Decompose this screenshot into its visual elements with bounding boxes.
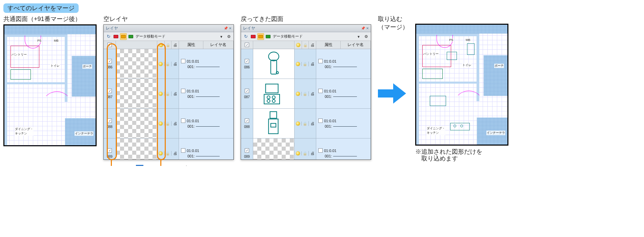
monitor-red-icon[interactable] bbox=[250, 33, 257, 40]
th-name[interactable]: レイヤ名 bbox=[203, 41, 234, 49]
row-attrs[interactable]: 01:0.01001: bbox=[179, 109, 234, 138]
row-attrs[interactable]: 01:0.01001: bbox=[316, 49, 371, 79]
row-checkbox[interactable] bbox=[245, 89, 249, 93]
row-bulb[interactable] bbox=[157, 62, 164, 66]
attr-checkbox[interactable] bbox=[318, 89, 323, 93]
row-lock[interactable] bbox=[302, 121, 309, 126]
row-swatch[interactable] bbox=[253, 49, 295, 79]
row-attrs[interactable]: 01:0.01001: bbox=[316, 79, 371, 108]
print-header-icon[interactable] bbox=[173, 43, 177, 47]
row-swatch[interactable] bbox=[116, 79, 157, 108]
row-print[interactable] bbox=[309, 121, 316, 126]
row-checkbox[interactable] bbox=[107, 118, 112, 123]
row-lock[interactable] bbox=[164, 151, 172, 156]
row-print[interactable] bbox=[172, 91, 179, 96]
panel-pin-close[interactable]: 📌 ✕ bbox=[361, 26, 369, 30]
print-icon bbox=[310, 62, 315, 66]
bulb-header-icon[interactable] bbox=[296, 43, 300, 47]
row-print[interactable] bbox=[172, 62, 179, 66]
row-print[interactable] bbox=[309, 91, 316, 96]
row-bulb[interactable] bbox=[157, 151, 164, 155]
row-checkbox[interactable] bbox=[245, 118, 249, 123]
row-checkbox[interactable] bbox=[107, 59, 112, 63]
row-lock[interactable] bbox=[302, 91, 309, 96]
row-lock[interactable] bbox=[302, 62, 309, 66]
th-attr[interactable]: 属性 bbox=[316, 41, 341, 49]
header-checkbox[interactable] bbox=[245, 43, 249, 47]
row-bulb[interactable] bbox=[295, 122, 302, 126]
row-attrs[interactable]: 01:0.01001: bbox=[316, 138, 371, 159]
attr-checkbox[interactable] bbox=[318, 148, 323, 153]
layer-row[interactable]: 08701:0.01001: bbox=[241, 79, 371, 109]
row-bulb[interactable] bbox=[295, 62, 302, 66]
bulb-header-icon[interactable] bbox=[159, 43, 163, 47]
row-bulb[interactable] bbox=[157, 92, 164, 96]
floorplan-before: PS MB パントリー トイレ ポーチ ダイニング・ キッチン インナーテラ bbox=[3, 24, 97, 146]
row-attrs[interactable]: 01:0.01001: bbox=[179, 79, 234, 108]
mode-label: データ移動モード bbox=[135, 34, 165, 39]
row-print[interactable] bbox=[309, 151, 316, 156]
attr-checkbox[interactable] bbox=[318, 59, 323, 63]
attr-checkbox[interactable] bbox=[181, 89, 185, 93]
monitor-yellow-icon[interactable] bbox=[257, 33, 264, 40]
row-swatch[interactable] bbox=[253, 79, 295, 108]
row-bulb[interactable] bbox=[295, 92, 302, 96]
monitor-green-icon[interactable] bbox=[127, 33, 134, 40]
lock-header-icon[interactable] bbox=[166, 43, 170, 47]
row-checkbox[interactable] bbox=[107, 89, 112, 93]
refresh-icon[interactable] bbox=[105, 33, 112, 40]
row-lock[interactable] bbox=[164, 91, 172, 96]
lock-header-icon[interactable] bbox=[303, 43, 308, 47]
row-bulb[interactable] bbox=[157, 122, 164, 126]
bulb-icon bbox=[296, 151, 300, 155]
panel-pin-close[interactable]: 📌 ✕ bbox=[224, 26, 232, 30]
monitor-green-icon[interactable] bbox=[265, 33, 271, 40]
row-swatch[interactable] bbox=[253, 138, 295, 159]
row-lock[interactable] bbox=[164, 121, 172, 126]
attr-checkbox[interactable] bbox=[181, 148, 185, 153]
attr-checkbox[interactable] bbox=[181, 118, 185, 123]
layer-row[interactable]: 08601:0.01001: bbox=[241, 49, 371, 79]
lock-icon bbox=[165, 91, 170, 96]
row-print[interactable] bbox=[172, 121, 179, 126]
row-print[interactable] bbox=[309, 62, 316, 66]
row-checkbox[interactable] bbox=[107, 148, 112, 153]
callout-all-check-label: すべて ✓ bbox=[116, 165, 143, 166]
row-swatch[interactable] bbox=[116, 109, 157, 138]
row-checkbox[interactable] bbox=[245, 148, 249, 153]
row-swatch[interactable] bbox=[116, 138, 157, 159]
gear-icon[interactable] bbox=[225, 33, 232, 40]
row-attrs[interactable]: 01:0.01001: bbox=[316, 109, 371, 138]
layer-row[interactable]: 08801:0.01001: bbox=[241, 109, 371, 138]
row-lock[interactable] bbox=[164, 62, 172, 66]
gear-icon[interactable] bbox=[363, 33, 369, 40]
row-checkbox[interactable] bbox=[245, 59, 249, 63]
layer-row[interactable]: 08801:0.01001: bbox=[104, 109, 234, 138]
row-swatch[interactable] bbox=[253, 109, 295, 138]
layer-row[interactable]: 08601:0.01001: bbox=[104, 49, 234, 79]
bulb-icon bbox=[159, 92, 163, 96]
row-bulb[interactable] bbox=[295, 151, 302, 155]
lock-icon bbox=[165, 121, 170, 126]
filter-icon[interactable] bbox=[218, 33, 225, 40]
row-print[interactable] bbox=[172, 151, 179, 156]
row-swatch[interactable] bbox=[116, 49, 157, 79]
monitor-yellow-icon[interactable] bbox=[120, 33, 127, 40]
layer-row[interactable]: 08901:0.01001: bbox=[104, 138, 234, 159]
row-number: 088 bbox=[244, 125, 250, 129]
refresh-icon[interactable] bbox=[242, 33, 249, 40]
mode-label: データ移動モード bbox=[272, 34, 303, 39]
attr-checkbox[interactable] bbox=[181, 59, 185, 63]
attr-checkbox[interactable] bbox=[318, 118, 323, 123]
th-name[interactable]: レイヤ名 bbox=[341, 41, 371, 49]
row-attrs[interactable]: 01:0.01001: bbox=[179, 138, 234, 159]
monitor-red-icon[interactable] bbox=[113, 33, 119, 40]
th-attr[interactable]: 属性 bbox=[179, 41, 203, 49]
row-attrs[interactable]: 01:0.01001: bbox=[179, 49, 234, 79]
layer-row[interactable]: 08901:0.01001: bbox=[241, 138, 371, 159]
filter-icon[interactable] bbox=[355, 33, 362, 40]
row-lock[interactable] bbox=[302, 151, 309, 156]
header-checkbox[interactable] bbox=[107, 43, 112, 47]
layer-row[interactable]: 08701:0.01001: bbox=[104, 79, 234, 109]
print-header-icon[interactable] bbox=[310, 43, 315, 47]
